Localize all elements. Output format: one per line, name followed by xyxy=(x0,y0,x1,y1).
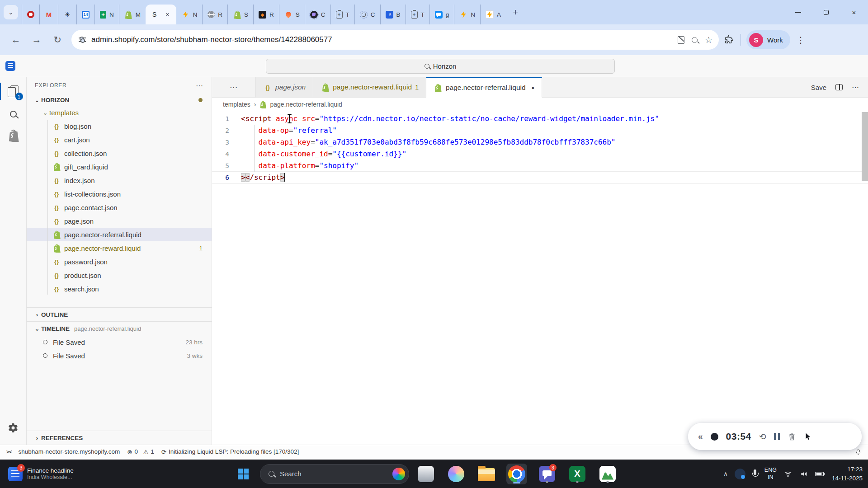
browser-tab[interactable]: S xyxy=(227,5,253,24)
store-host[interactable]: shubham-nector-store.myshopify.com xyxy=(18,448,120,455)
profile-chip[interactable]: S Work xyxy=(746,30,790,49)
back-button[interactable]: ← xyxy=(6,30,25,49)
hidden-icons-chevron[interactable]: ∧ xyxy=(723,470,728,477)
timeline-item[interactable]: File Saved 23 hrs xyxy=(27,335,212,349)
file-row[interactable]: page.nector-reward.liquid 1 xyxy=(27,241,212,255)
taskbar-app-button[interactable] xyxy=(446,464,467,484)
editor-tab[interactable]: page.nector-reward.liquid 1 xyxy=(313,77,426,98)
file-row[interactable]: {} index.json xyxy=(27,174,212,187)
record-stop-button[interactable] xyxy=(711,433,718,441)
activity-explorer-button[interactable]: 1 xyxy=(0,80,27,103)
tray-app-icon[interactable] xyxy=(735,469,745,479)
file-row[interactable]: {} blog.json xyxy=(27,119,212,133)
browser-tab[interactable]: » B xyxy=(380,5,406,24)
start-button[interactable] xyxy=(233,464,254,484)
taskbar-app-button[interactable] xyxy=(415,464,436,484)
browser-tab[interactable]: + T xyxy=(330,5,354,24)
browser-tab[interactable]: ✳ xyxy=(58,5,76,24)
breadcrumb[interactable]: templates › page.nector-referral.liquid xyxy=(212,98,868,111)
command-center-search[interactable]: Horizon xyxy=(266,59,615,74)
taskbar-app-button[interactable] xyxy=(506,464,527,484)
pause-recording-icon[interactable] xyxy=(774,433,780,440)
remote-indicator-icon[interactable]: >< xyxy=(6,449,11,455)
code-line[interactable]: 1<script async src="https://cdn.nector.i… xyxy=(212,113,868,125)
editor-tab[interactable]: page.nector-referral.liquid ● xyxy=(426,77,542,98)
code-text[interactable]: <script async src="https://cdn.nector.io… xyxy=(241,113,659,125)
browser-tab[interactable]: C xyxy=(305,5,330,24)
browser-tab[interactable]: S × xyxy=(146,5,176,24)
code-line[interactable]: 4 data-customer_id="{{customer.id}}" xyxy=(212,148,868,160)
url-text[interactable]: admin.shopify.com/store/shubham-nector-s… xyxy=(91,35,672,44)
clock[interactable]: 17:23 14-11-2025 xyxy=(832,465,863,483)
microphone-icon[interactable] xyxy=(752,469,758,479)
browser-tab[interactable]: + N xyxy=(94,5,119,24)
code-editor[interactable]: 1<script async src="https://cdn.nector.i… xyxy=(212,111,868,445)
file-row[interactable]: {} password.json xyxy=(27,255,212,268)
code-text[interactable]: data-api_key="ak_a7d351f703e0abd3f8fb59c… xyxy=(241,136,615,148)
code-line[interactable]: 2 data-op="referral" xyxy=(212,125,868,136)
browser-tab[interactable] xyxy=(22,5,39,24)
minimize-button[interactable] xyxy=(784,0,812,24)
save-button[interactable]: Save xyxy=(811,84,826,91)
outline-section-header[interactable]: › OUTLINE xyxy=(27,307,212,321)
file-row[interactable]: {} list-collections.json xyxy=(27,187,212,201)
timeline-section-header[interactable]: ⌄ TIMELINE page.nector-referral.liquid xyxy=(27,321,212,335)
problems-indicator[interactable]: ⊗ 0 ⚠ 1 xyxy=(127,448,154,455)
cursor-highlight-button[interactable] xyxy=(804,432,812,441)
editor-more-button[interactable]: ⋯ xyxy=(852,83,859,92)
editor-tab[interactable]: {} page.json xyxy=(255,77,313,98)
activity-shopify-button[interactable] xyxy=(0,125,27,148)
browser-tab[interactable]: S xyxy=(279,5,305,24)
volume-button[interactable] xyxy=(799,470,808,478)
editor-scrollbar[interactable] xyxy=(862,112,868,181)
close-button[interactable]: × xyxy=(840,0,868,24)
reload-button[interactable]: ↻ xyxy=(48,30,67,49)
wifi-button[interactable] xyxy=(783,470,793,478)
browser-tab[interactable]: M xyxy=(39,5,58,24)
browser-tab[interactable]: ◆ R xyxy=(253,5,279,24)
browser-tab[interactable]: N xyxy=(176,5,203,24)
tab-close-icon[interactable]: × xyxy=(165,11,169,18)
explorer-more-button[interactable]: ⋯ xyxy=(196,81,203,90)
bookmark-star-icon[interactable]: ☆ xyxy=(705,35,712,45)
activity-search-button[interactable] xyxy=(0,103,27,125)
address-bar[interactable]: admin.shopify.com/store/shubham-nector-s… xyxy=(71,30,719,50)
language-indicator[interactable]: ENG IN xyxy=(764,467,777,481)
taskbar-app-button[interactable]: X xyxy=(567,464,588,484)
file-row[interactable]: {} page.json xyxy=(27,214,212,228)
browser-tab[interactable]: M xyxy=(119,5,146,24)
extensions-button[interactable] xyxy=(723,34,735,46)
file-row[interactable]: {} search.json xyxy=(27,282,212,296)
code-text[interactable]: data-platform="shopify" xyxy=(241,160,359,172)
taskbar-search[interactable]: Search xyxy=(260,464,409,484)
breadcrumb-folder[interactable]: templates xyxy=(223,101,250,108)
maximize-button[interactable] xyxy=(812,0,840,24)
browser-tab[interactable]: R xyxy=(202,5,227,24)
file-row[interactable]: {} collection.json xyxy=(27,146,212,160)
dirty-dot-icon[interactable]: ● xyxy=(532,85,535,90)
browser-tab[interactable]: N xyxy=(454,5,480,24)
forward-button[interactable]: → xyxy=(27,30,46,49)
code-line[interactable]: 5 data-platform="shopify" xyxy=(212,160,868,172)
code-editor-logo-icon[interactable] xyxy=(5,61,15,71)
file-row[interactable]: gift_card.liquid xyxy=(27,160,212,174)
site-info-icon[interactable] xyxy=(79,38,86,42)
browser-tab[interactable]: g xyxy=(429,5,454,24)
browser-tab[interactable]: C xyxy=(354,5,380,24)
tab-search-button[interactable]: ⌄ xyxy=(4,5,18,19)
file-row[interactable]: {} product.json xyxy=(27,268,212,282)
taskbar-app-button[interactable] xyxy=(476,464,497,484)
timeline-item[interactable]: File Saved 3 wks xyxy=(27,349,212,362)
browser-menu-button[interactable]: ⋮ xyxy=(797,35,805,45)
root-folder-row[interactable]: ⌄ HORIZON xyxy=(27,94,212,106)
screen-recorder-widget[interactable]: « 03:54 ⟲ xyxy=(688,423,862,450)
browser-tab[interactable]: A xyxy=(480,5,506,24)
new-tab-button[interactable]: + xyxy=(509,5,522,19)
tab-overflow-button[interactable]: ⋯ xyxy=(212,77,255,97)
taskbar-app-button[interactable] xyxy=(597,464,618,484)
taskbar-app-button[interactable]: 3 xyxy=(537,464,557,484)
settings-gear-button[interactable] xyxy=(0,417,27,439)
file-row[interactable]: {} cart.json xyxy=(27,133,212,146)
split-editor-icon[interactable] xyxy=(835,84,843,90)
file-row[interactable]: page.nector-referral.liquid xyxy=(27,228,212,241)
